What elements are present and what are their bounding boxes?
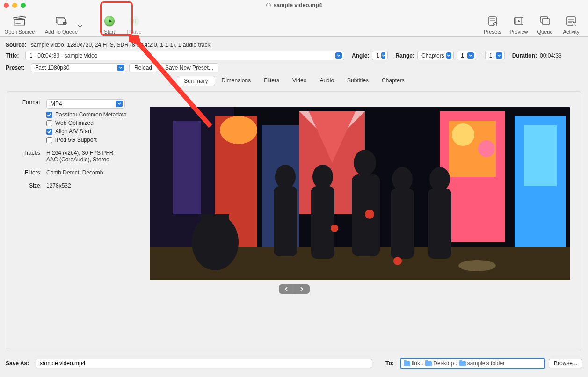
svg-point-56 xyxy=(393,257,402,265)
format-select[interactable]: MP4 xyxy=(46,99,125,109)
duration-label: Duration: xyxy=(512,52,537,59)
reload-button[interactable]: Reload xyxy=(129,63,157,72)
open-source-button[interactable]: Open Source xyxy=(1,12,38,36)
tab-filters[interactable]: Filters xyxy=(257,76,286,86)
to-label: To: xyxy=(385,360,397,367)
preview-prev-button[interactable] xyxy=(279,284,294,294)
tracks-line1: H.264 (x264), 30 FPS PFR xyxy=(46,150,113,156)
svg-point-52 xyxy=(429,167,450,191)
maximize-button[interactable] xyxy=(21,3,26,8)
range-to-select[interactable]: 1 xyxy=(485,51,505,60)
svg-point-55 xyxy=(331,225,338,232)
path-segment: sample's folder xyxy=(459,360,505,367)
title-select[interactable]: 1 - 00:04:33 - sample video xyxy=(25,51,344,60)
presets-icon xyxy=(487,14,498,28)
summary-pane: Format: MP4 Passthru Common Metadata Web… xyxy=(7,91,581,351)
tracks-label: Tracks: xyxy=(15,150,42,163)
play-icon xyxy=(104,16,115,26)
svg-rect-0 xyxy=(14,20,25,25)
save-as-label: Save As: xyxy=(6,360,32,367)
destination-path[interactable]: link › Desktop › sample's folder xyxy=(400,358,545,369)
add-to-queue-dropdown[interactable] xyxy=(78,19,82,30)
chevron-down-icon xyxy=(467,52,474,59)
chevron-right-icon: › xyxy=(422,361,423,366)
range-from-value: 1 xyxy=(461,52,465,59)
svg-rect-17 xyxy=(522,18,523,24)
pause-button: Pause xyxy=(123,12,146,36)
tab-dimensions[interactable]: Dimensions xyxy=(215,76,258,86)
tab-summary[interactable]: Summary xyxy=(177,76,215,86)
tab-subtitles[interactable]: Subtitles xyxy=(341,76,375,86)
chevron-down-icon xyxy=(496,52,502,59)
range-mode-select[interactable]: Chapters xyxy=(417,51,454,60)
svg-rect-43 xyxy=(201,214,229,247)
bottom-bar: Save As: To: link › Desktop › sample's f… xyxy=(0,358,588,369)
preset-value: Fast 1080p30 xyxy=(35,65,116,71)
tab-video[interactable]: Video xyxy=(286,76,313,86)
angle-value: 1 xyxy=(376,52,379,59)
svg-point-54 xyxy=(365,210,374,219)
close-button[interactable] xyxy=(4,3,9,8)
chevron-down-icon xyxy=(117,65,124,71)
duration-value: 00:04:33 xyxy=(540,52,562,59)
document-proxy-icon xyxy=(266,3,270,7)
range-from-select[interactable]: 1 xyxy=(457,51,476,60)
svg-point-44 xyxy=(275,165,296,189)
preview-icon xyxy=(514,14,524,28)
add-to-queue-label: Add To Queue xyxy=(45,29,78,35)
svg-point-46 xyxy=(312,165,333,189)
browse-button[interactable]: Browse... xyxy=(549,359,582,368)
svg-point-48 xyxy=(354,150,376,176)
svg-text:i: i xyxy=(574,23,574,26)
preset-select[interactable]: Fast 1080p30 xyxy=(31,63,126,72)
svg-rect-19 xyxy=(542,19,550,24)
tab-chapters[interactable]: Chapters xyxy=(375,76,411,86)
presets-button[interactable]: Presets xyxy=(479,12,506,36)
format-label: Format: xyxy=(15,99,42,109)
save-new-preset-button[interactable]: Save New Preset... xyxy=(160,63,218,72)
save-as-input[interactable] xyxy=(36,359,372,368)
chevron-down-icon xyxy=(116,101,123,107)
svg-rect-47 xyxy=(311,186,334,259)
preview-button[interactable]: Preview xyxy=(506,12,532,36)
title-value: 1 - 00:04:33 - sample video xyxy=(29,52,334,59)
activity-icon: i xyxy=(566,14,576,28)
chevron-down-icon xyxy=(335,52,342,59)
tab-bar: Summary Dimensions Filters Video Audio S… xyxy=(176,75,412,87)
open-source-label: Open Source xyxy=(5,29,35,35)
svg-rect-29 xyxy=(173,121,201,214)
svg-point-39 xyxy=(478,140,495,157)
queue-button[interactable]: Queue xyxy=(532,12,558,36)
chevron-down-icon xyxy=(381,52,385,59)
svg-rect-45 xyxy=(274,186,297,256)
content-area: Source: sample video, 1280x720, 24 FPS, … xyxy=(0,37,588,351)
path-segment: link xyxy=(404,360,420,367)
svg-rect-53 xyxy=(428,188,451,259)
minimize-button[interactable] xyxy=(12,3,17,8)
preview-next-button[interactable] xyxy=(294,284,310,294)
window-title: sample video.mp4 xyxy=(266,2,322,8)
svg-rect-16 xyxy=(515,18,516,24)
range-mode-value: Chapters xyxy=(421,52,444,59)
pause-label: Pause xyxy=(127,29,141,35)
range-to-value: 1 xyxy=(489,52,494,59)
range-label: Range: xyxy=(395,52,414,59)
tab-audio[interactable]: Audio xyxy=(313,76,341,86)
title-label: Title: xyxy=(6,52,22,59)
svg-point-50 xyxy=(392,167,413,191)
svg-point-31 xyxy=(220,116,257,144)
folder-icon xyxy=(404,361,410,366)
source-value: sample video, 1280x720, 24 FPS, SDR (8-b… xyxy=(31,42,211,48)
chevron-right-icon: › xyxy=(456,361,457,366)
format-value: MP4 xyxy=(51,101,114,107)
window-title-text: sample video.mp4 xyxy=(273,2,322,8)
preview-label: Preview xyxy=(509,29,528,35)
angle-select[interactable]: 1 xyxy=(372,51,388,60)
activity-button[interactable]: i Activity xyxy=(558,12,584,36)
path-segment: Desktop xyxy=(425,360,454,367)
chevron-down-icon xyxy=(446,52,451,59)
preview-image xyxy=(150,107,570,280)
start-button[interactable]: Start xyxy=(96,12,123,36)
svg-rect-51 xyxy=(391,188,414,259)
queue-label: Queue xyxy=(537,29,552,35)
